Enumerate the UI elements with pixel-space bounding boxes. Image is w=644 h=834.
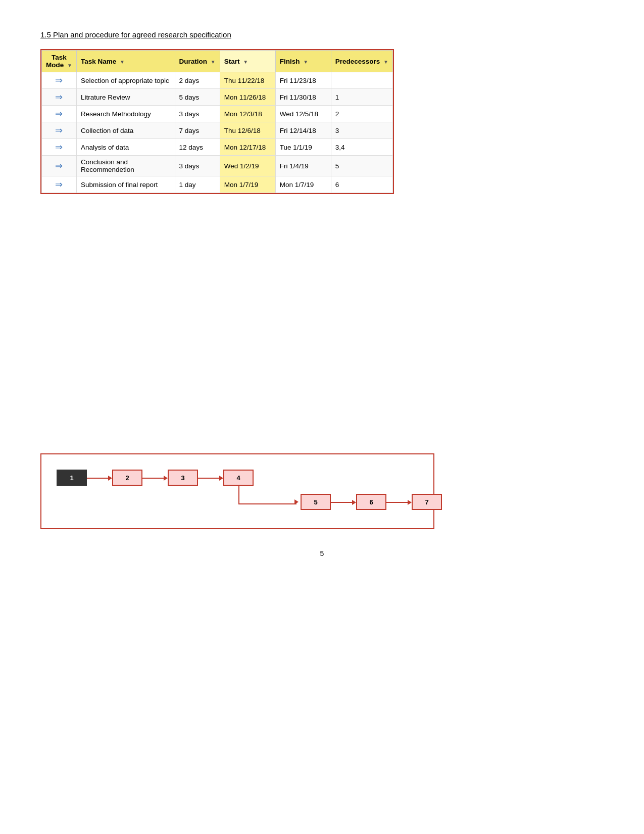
flow-box-6: 6: [356, 494, 386, 510]
start-cell: Mon 11/26/18: [220, 89, 275, 106]
col-label-predecessors: Predecessors: [335, 58, 380, 65]
finish-cell: Tue 1/1/19: [275, 139, 331, 156]
start-cell: Wed 1/2/19: [220, 156, 275, 176]
duration-cell: 3 days: [175, 156, 220, 176]
finish-cell: Fri 12/14/18: [275, 122, 331, 139]
task-table: TaskMode ▼ Task Name ▼ Duration ▼ Start …: [41, 50, 393, 193]
sort-icon-predecessors[interactable]: ▼: [383, 59, 388, 65]
sort-icon-start[interactable]: ▼: [243, 59, 248, 65]
flow-vline-4-down: [238, 486, 239, 503]
duration-cell: 7 days: [175, 122, 220, 139]
col-label-task-mode: TaskMode: [46, 54, 67, 69]
finish-cell: Mon 1/7/19: [275, 176, 331, 193]
task-name-cell: Submission of final report: [76, 176, 175, 193]
predecessors-cell: [331, 72, 392, 89]
task-mode-cell: ⇒: [42, 106, 77, 122]
col-label-task-name: Task Name: [81, 58, 116, 65]
task-mode-icon: ⇒: [55, 161, 63, 171]
flow-box-7: 7: [412, 494, 442, 510]
col-label-duration: Duration: [179, 58, 208, 65]
start-cell: Thu 12/6/18: [220, 122, 275, 139]
flow-box-4: 4: [223, 470, 254, 486]
sort-icon-duration[interactable]: ▼: [211, 59, 216, 65]
flow-arrow-6-7: [386, 500, 412, 505]
task-name-cell: Litrature Review: [76, 89, 175, 106]
flow-arrow-1-2: [87, 476, 112, 481]
page-number: 5: [40, 549, 604, 558]
col-header-predecessors: Predecessors ▼: [331, 51, 392, 72]
duration-cell: 3 days: [175, 106, 220, 122]
task-mode-cell: ⇒: [42, 176, 77, 193]
predecessors-cell: 6: [331, 176, 392, 193]
flow-arrow-5-6: [331, 500, 356, 505]
table-row: ⇒Selection of appropriate topic2 daysThu…: [42, 72, 393, 89]
duration-cell: 2 days: [175, 72, 220, 89]
task-name-cell: Collection of data: [76, 122, 175, 139]
task-mode-icon: ⇒: [55, 142, 63, 152]
flow-box-5: 5: [301, 494, 331, 510]
start-cell: Thu 11/22/18: [220, 72, 275, 89]
section-heading: 1.5 Plan and procedure for agreed resear…: [40, 30, 604, 39]
task-mode-icon: ⇒: [55, 125, 63, 135]
duration-cell: 1 day: [175, 176, 220, 193]
predecessors-cell: 1: [331, 89, 392, 106]
col-header-finish: Finish ▼: [275, 51, 331, 72]
task-mode-icon: ⇒: [55, 75, 63, 85]
task-mode-icon: ⇒: [55, 109, 63, 119]
col-header-task-name: Task Name ▼: [76, 51, 175, 72]
task-name-cell: Selection of appropriate topic: [76, 72, 175, 89]
task-mode-cell: ⇒: [42, 139, 77, 156]
finish-cell: Fri 1/4/19: [275, 156, 331, 176]
task-mode-cell: ⇒: [42, 122, 77, 139]
task-mode-cell: ⇒: [42, 72, 77, 89]
flow-box-3: 3: [168, 470, 198, 486]
table-body: ⇒Selection of appropriate topic2 daysThu…: [42, 72, 393, 193]
predecessors-cell: 2: [331, 106, 392, 122]
col-label-start: Start: [224, 58, 240, 65]
sort-icon-task-name[interactable]: ▼: [120, 59, 125, 65]
flow-hline-to-5: [238, 503, 296, 504]
col-label-finish: Finish: [280, 58, 300, 65]
predecessors-cell: 5: [331, 156, 392, 176]
sort-icon-task-mode[interactable]: ▼: [67, 63, 72, 68]
task-mode-cell: ⇒: [42, 156, 77, 176]
col-header-duration: Duration ▼: [175, 51, 220, 72]
table-row: ⇒Submission of final report1 dayMon 1/7/…: [42, 176, 393, 193]
table-row: ⇒Research Methodology3 daysMon 12/3/18We…: [42, 106, 393, 122]
task-table-wrapper: TaskMode ▼ Task Name ▼ Duration ▼ Start …: [40, 49, 394, 194]
flow-arrow-2-3: [142, 476, 168, 481]
flow-arrow-to-5: [294, 499, 301, 504]
finish-cell: Fri 11/23/18: [275, 72, 331, 89]
task-mode-icon: ⇒: [55, 179, 63, 190]
finish-cell: Fri 11/30/18: [275, 89, 331, 106]
duration-cell: 5 days: [175, 89, 220, 106]
flow-container: 1 2 3 4 5: [52, 465, 423, 520]
flow-arrow-3-4: [198, 476, 223, 481]
table-row: ⇒Conclusion and Recommendetion3 daysWed …: [42, 156, 393, 176]
table-row: ⇒Litrature Review5 daysMon 11/26/18Fri 1…: [42, 89, 393, 106]
flow-box-1: 1: [57, 470, 87, 486]
task-name-cell: Research Methodology: [76, 106, 175, 122]
start-cell: Mon 12/17/18: [220, 139, 275, 156]
flow-diagram: 1 2 3 4 5: [40, 453, 434, 529]
task-mode-icon: ⇒: [55, 92, 63, 102]
table-row: ⇒Collection of data7 daysThu 12/6/18Fri …: [42, 122, 393, 139]
col-header-start: Start ▼: [220, 51, 275, 72]
flow-box-2: 2: [112, 470, 142, 486]
sort-icon-finish[interactable]: ▼: [303, 59, 308, 65]
col-header-task-mode: TaskMode ▼: [42, 51, 77, 72]
predecessors-cell: 3,4: [331, 139, 392, 156]
task-name-cell: Conclusion and Recommendetion: [76, 156, 175, 176]
task-name-cell: Analysis of data: [76, 139, 175, 156]
finish-cell: Wed 12/5/18: [275, 106, 331, 122]
predecessors-cell: 3: [331, 122, 392, 139]
start-cell: Mon 12/3/18: [220, 106, 275, 122]
table-row: ⇒Analysis of data12 daysMon 12/17/18Tue …: [42, 139, 393, 156]
task-mode-cell: ⇒: [42, 89, 77, 106]
start-cell: Mon 1/7/19: [220, 176, 275, 193]
duration-cell: 12 days: [175, 139, 220, 156]
